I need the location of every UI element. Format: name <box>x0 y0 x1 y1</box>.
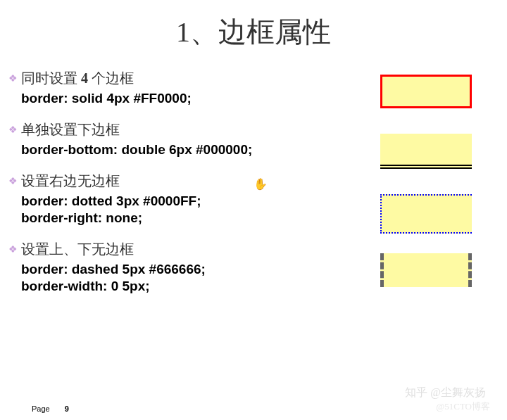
content-area: ❖ 同时设置 4 个边框 border: solid 4px #FF0000; … <box>0 69 507 312</box>
cursor-hand-icon: ✋ <box>254 177 268 191</box>
border-item-3: ❖ 设置右边无边框 border: dotted 3px #0000FF; bo… <box>21 172 380 226</box>
code-line: border-width: 0 5px; <box>21 279 380 294</box>
border-sample-double-bottom <box>380 134 472 169</box>
page-footer: Page 9 <box>32 405 69 413</box>
border-sample-dashed-sides <box>380 253 472 287</box>
text-column: ❖ 同时设置 4 个边框 border: solid 4px #FF0000; … <box>21 69 380 312</box>
item-description: 同时设置 4 个边框 <box>21 69 380 88</box>
bullet-icon: ❖ <box>8 124 18 135</box>
bullet-icon: ❖ <box>8 175 18 186</box>
code-line: border: solid 4px #FF0000; <box>21 91 380 106</box>
page-number: 9 <box>65 405 69 413</box>
code-line: border: dotted 3px #0000FF; <box>21 193 380 209</box>
desc-text: 个边框 <box>88 70 134 86</box>
footer-label: Page <box>32 405 50 413</box>
slide-title: 1、边框属性 <box>0 0 507 69</box>
desc-text: 设置右边无边框 <box>21 173 120 189</box>
border-sample-solid-red <box>380 75 472 108</box>
item-description: 单独设置下边框 <box>21 120 380 139</box>
code-line: border-bottom: double 6px #000000; <box>21 142 380 158</box>
desc-text: 设置上、下无边框 <box>21 241 134 257</box>
bullet-icon: ❖ <box>8 243 18 255</box>
desc-text: 同时设置 <box>21 70 81 86</box>
border-item-4: ❖ 设置上、下无边框 border: dashed 5px #666666; b… <box>21 240 380 294</box>
watermark-51cto: @51CTO博客 <box>436 400 490 413</box>
item-description: 设置上、下无边框 <box>21 240 380 259</box>
item-description: 设置右边无边框 <box>21 172 380 191</box>
watermark-zhihu: 知乎 @尘舞灰扬 <box>405 386 486 400</box>
sample-column <box>380 69 486 312</box>
border-item-2: ❖ 单独设置下边框 border-bottom: double 6px #000… <box>21 120 380 158</box>
border-item-1: ❖ 同时设置 4 个边框 border: solid 4px #FF0000; <box>21 69 380 106</box>
code-line: border-right: none; <box>21 210 380 226</box>
code-line: border: dashed 5px #666666; <box>21 262 380 277</box>
border-sample-dotted-blue <box>380 194 472 234</box>
desc-bold: 4 <box>81 70 88 86</box>
desc-text: 单独设置下边框 <box>21 122 120 137</box>
bullet-icon: ❖ <box>8 72 18 84</box>
